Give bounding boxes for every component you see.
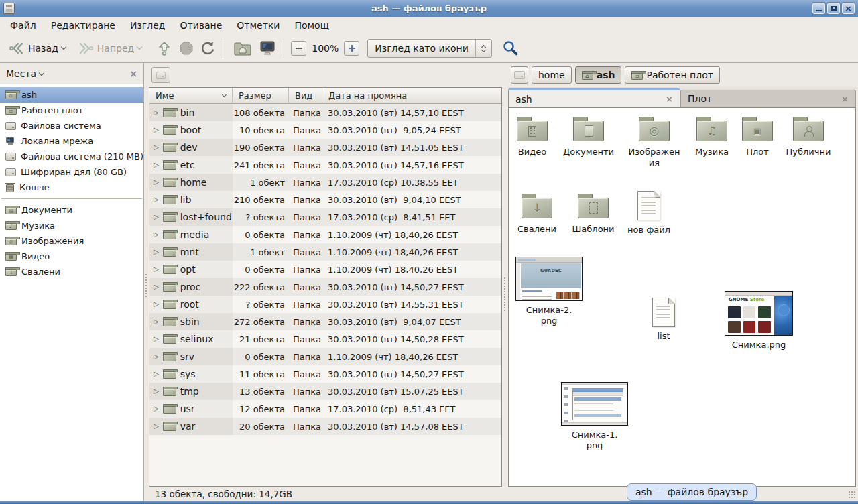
expander-icon[interactable]: ▷ bbox=[154, 423, 159, 430]
expander-icon[interactable]: ▷ bbox=[154, 144, 159, 151]
icon-item-8[interactable]: нов файл bbox=[612, 191, 686, 235]
sidebar-item-2[interactable]: Файлова система bbox=[0, 118, 143, 133]
expander-icon[interactable]: ▷ bbox=[154, 162, 159, 168]
tab-close-icon[interactable]: × bbox=[666, 94, 673, 103]
maximize-button[interactable] bbox=[827, 3, 840, 14]
expander-icon[interactable]: ▷ bbox=[154, 231, 159, 238]
file-row-etc[interactable]: ▷etc241 обектаПапка30.03.2010 (вт) 14,57… bbox=[149, 156, 501, 174]
menu-3[interactable]: Отиване bbox=[172, 19, 229, 32]
search-button[interactable] bbox=[499, 37, 523, 60]
sidebar-item-10[interactable]: ▦Видео bbox=[0, 249, 143, 264]
back-button[interactable]: Назад bbox=[5, 39, 69, 58]
column-header-0[interactable]: Име bbox=[149, 88, 233, 104]
tab-close-icon[interactable]: × bbox=[841, 94, 849, 103]
expander-icon[interactable]: ▷ bbox=[154, 109, 159, 116]
tab-ash[interactable]: ash× bbox=[508, 88, 680, 107]
expander-icon[interactable]: ▷ bbox=[154, 266, 159, 273]
file-row-srv[interactable]: ▷srv0 обектаПапка1.10.2009 (чт) 18,40,26… bbox=[149, 348, 501, 365]
file-row-proc[interactable]: ▷proc222 обектаПапка30.03.2010 (вт) 14,5… bbox=[149, 278, 501, 296]
sidebar-item-9[interactable]: ◎Изображения bbox=[0, 233, 143, 249]
path-button-ash[interactable]: ⌂ash bbox=[575, 66, 622, 84]
expander-icon[interactable]: ▷ bbox=[154, 301, 159, 308]
sidebar-item-0[interactable]: ⌂ash bbox=[0, 87, 143, 103]
expander-icon[interactable]: ▷ bbox=[154, 196, 159, 203]
computer-button[interactable] bbox=[255, 38, 280, 59]
file-row-root[interactable]: ▷root? обектаПапка30.03.2010 (вт) 14,55,… bbox=[149, 296, 501, 313]
resize-grip[interactable] bbox=[848, 491, 857, 499]
column-header-2[interactable]: Вид bbox=[289, 88, 322, 104]
file-row-mnt[interactable]: ▷mnt1 обектПапка1.10.2009 (чт) 18,40,26 … bbox=[149, 243, 501, 261]
sidebar-item-5[interactable]: Шифриран дял (80 GB) bbox=[0, 164, 143, 180]
expander-icon[interactable]: ▷ bbox=[154, 353, 159, 360]
file-row-bin[interactable]: ▷bin108 обектаПапка30.03.2010 (вт) 14,57… bbox=[149, 104, 501, 121]
back-menu-chevron[interactable] bbox=[61, 44, 66, 50]
expander-icon[interactable]: ▷ bbox=[154, 371, 159, 377]
file-row-tmp[interactable]: ▷tmp13 обектаПапка30.03.2010 (вт) 15,07,… bbox=[149, 383, 501, 400]
expander-icon[interactable]: ▷ bbox=[154, 214, 159, 220]
sidebar-item-6[interactable]: Кошче bbox=[0, 180, 143, 195]
up-button[interactable] bbox=[153, 38, 176, 58]
sidebar-close-icon[interactable]: × bbox=[129, 69, 137, 78]
expander-icon[interactable]: ▷ bbox=[154, 179, 159, 186]
expander-icon[interactable]: ▷ bbox=[154, 318, 159, 325]
sidebar-item-8[interactable]: ♪Музика bbox=[0, 218, 143, 233]
file-row-lost+found[interactable]: ▷lost+found? обектаПапка17.03.2010 (ср) … bbox=[149, 208, 501, 226]
file-row-selinux[interactable]: ▷selinux21 обектаПапка30.03.2010 (вт) 14… bbox=[149, 330, 501, 348]
icon-item-12[interactable]: Снимка-1. png bbox=[558, 382, 631, 452]
zoom-in-button[interactable] bbox=[344, 41, 359, 56]
icon-item-1[interactable]: Документи bbox=[552, 117, 625, 158]
stop-button[interactable] bbox=[176, 38, 197, 58]
titlebar[interactable]: ash — файлов браузър × bbox=[0, 0, 858, 17]
home-button[interactable] bbox=[230, 38, 255, 58]
expander-icon[interactable]: ▷ bbox=[154, 284, 159, 290]
file-row-dev[interactable]: ▷dev190 обектаПапка30.03.2010 (вт) 14,51… bbox=[149, 139, 501, 156]
minimize-button[interactable] bbox=[812, 3, 825, 14]
file-row-sys[interactable]: ▷sys11 обектаПапка30.03.2010 (вт) 14,50,… bbox=[149, 365, 501, 383]
sidebar-item-11[interactable]: ↓Свалени bbox=[0, 264, 143, 279]
sidebar-title[interactable]: Места bbox=[6, 68, 36, 79]
menu-4[interactable]: Отметки bbox=[229, 19, 287, 32]
column-header-3[interactable]: Дата на промяна bbox=[322, 88, 501, 104]
file-row-home[interactable]: ▷home1 обектПапка17.03.2010 (ср) 10,38,5… bbox=[149, 174, 501, 191]
view-mode-select[interactable]: Изглед като икони bbox=[367, 39, 492, 58]
expander-icon[interactable]: ▷ bbox=[154, 405, 159, 412]
column-header-1[interactable]: Размер bbox=[233, 88, 289, 104]
sidebar-item-3[interactable]: Локална мрежа bbox=[0, 133, 143, 149]
file-row-sbin[interactable]: ▷sbin272 обектаПапка30.03.2010 (вт) 9,04… bbox=[149, 313, 501, 330]
path-button-Работен плот[interactable]: ▫Работен плот bbox=[625, 66, 719, 84]
forward-menu-chevron[interactable] bbox=[137, 44, 142, 50]
file-row-lib[interactable]: ▷lib210 обектаПапка30.03.2010 (вт) 9,04,… bbox=[149, 191, 501, 208]
close-button[interactable]: × bbox=[842, 3, 855, 14]
icon-item-5[interactable]: Публични bbox=[772, 117, 845, 158]
tab-Плот[interactable]: Плот× bbox=[680, 90, 856, 107]
file-row-media[interactable]: ▷media0 обектаПапка1.10.2009 (чт) 18,40,… bbox=[149, 226, 501, 243]
file-row-var[interactable]: ▷var20 обектаПапка30.03.2010 (вт) 14,57,… bbox=[149, 418, 501, 435]
path-button-root[interactable] bbox=[511, 66, 528, 84]
expander-icon[interactable]: ▷ bbox=[154, 388, 159, 395]
file-row-opt[interactable]: ▷opt0 обектаПапка1.10.2009 (чт) 18,40,26… bbox=[149, 261, 501, 278]
file-row-usr[interactable]: ▷usr12 обектаПапка17.03.2010 (ср) 8,51,4… bbox=[149, 400, 501, 418]
icon-item-9[interactable]: GUADECСнимка-2. png bbox=[512, 257, 586, 327]
forward-button[interactable]: Напред bbox=[74, 39, 145, 58]
folder-icon bbox=[163, 369, 176, 379]
menu-0[interactable]: Файл bbox=[3, 19, 44, 32]
path-button-home[interactable]: home bbox=[532, 66, 572, 84]
expander-icon[interactable]: ▷ bbox=[154, 249, 159, 255]
pane-handle-left[interactable] bbox=[144, 63, 149, 501]
reload-button[interactable] bbox=[197, 38, 219, 58]
menu-5[interactable]: Помощ bbox=[287, 19, 336, 32]
root-location-button[interactable] bbox=[151, 67, 170, 83]
expander-icon[interactable]: ▷ bbox=[154, 336, 159, 342]
sidebar-dropdown-chevron[interactable] bbox=[39, 70, 44, 75]
menu-2[interactable]: Изглед bbox=[123, 19, 173, 32]
zoom-out-button[interactable] bbox=[291, 41, 306, 56]
sidebar-item-1[interactable]: ▫Работен плот bbox=[0, 103, 143, 118]
sidebar-item-4[interactable]: Файлова система (210 MB) bbox=[0, 149, 143, 164]
icon-item-10[interactable]: list bbox=[627, 298, 700, 342]
icon-item-11[interactable]: GNOME StoreСнимка.png bbox=[722, 291, 796, 351]
file-row-boot[interactable]: ▷boot10 обектаПапка30.03.2010 (вт) 9,05,… bbox=[149, 121, 501, 139]
sidebar-item-7[interactable]: ▤Документи bbox=[0, 202, 143, 218]
menu-1[interactable]: Редактиране bbox=[44, 19, 123, 32]
expander-icon[interactable]: ▷ bbox=[154, 127, 159, 133]
pane-handle-right[interactable] bbox=[502, 63, 508, 501]
